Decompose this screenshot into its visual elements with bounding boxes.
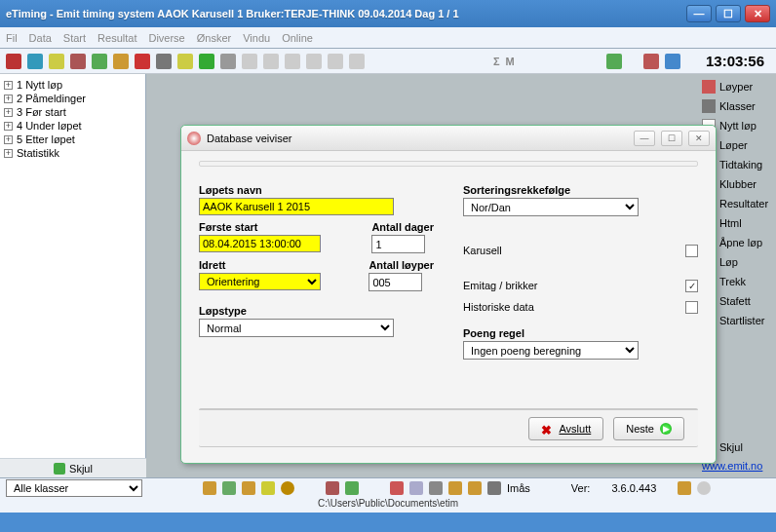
neste-button[interactable]: Neste ▶ xyxy=(613,417,684,440)
tree-node-1[interactable]: +1 Nytt løp xyxy=(2,78,143,92)
ver-label: Ver: xyxy=(571,482,591,494)
toolbar-icon-13[interactable] xyxy=(263,54,279,69)
expand-icon[interactable]: + xyxy=(4,95,13,103)
toolbar-icon-9[interactable] xyxy=(177,54,193,69)
status-icon-9[interactable] xyxy=(409,481,423,495)
tree-hide-button[interactable]: Skjul xyxy=(0,458,146,477)
toolbar-icon-11[interactable] xyxy=(220,54,236,69)
status-icon-3[interactable] xyxy=(242,481,255,495)
close-icon: ✖ xyxy=(541,423,553,435)
menu-online[interactable]: Online xyxy=(282,32,313,44)
status-icon-2[interactable] xyxy=(222,481,236,495)
toolbar-icon-17[interactable] xyxy=(349,54,365,69)
class-filter-select[interactable]: Alle klasser xyxy=(6,479,142,497)
input-race-name[interactable] xyxy=(199,198,394,215)
expand-icon[interactable]: + xyxy=(4,122,13,131)
status-path: C:\Users\Public\Documents\etim xyxy=(0,498,776,513)
toolbar-icon-10[interactable] xyxy=(199,54,214,69)
label-karusell: Karusell xyxy=(463,245,502,256)
toolbar-icon-15[interactable] xyxy=(306,54,322,69)
toolbar-icon-5[interactable] xyxy=(92,54,107,69)
expand-icon[interactable]: + xyxy=(4,135,13,144)
toolbar: Σ M 13:03:56 xyxy=(0,49,776,74)
menu-data[interactable]: Data xyxy=(29,32,52,44)
expand-icon[interactable]: + xyxy=(4,149,13,158)
maximize-button[interactable]: ☐ xyxy=(716,5,741,22)
input-days[interactable] xyxy=(371,235,425,253)
avslutt-button[interactable]: ✖ Avslutt xyxy=(528,417,603,440)
select-sport[interactable]: Orientering xyxy=(199,273,321,290)
status-icon-15[interactable] xyxy=(697,481,711,495)
menu-onsker[interactable]: Ønsker xyxy=(197,32,231,44)
checkbox-emitag[interactable]: ✓ xyxy=(685,280,698,292)
dialog-left-col: Løpets navn Første start Antall dager xyxy=(199,178,434,360)
toolbar-icon-8[interactable] xyxy=(156,54,172,69)
rp-klasser[interactable]: Klasser xyxy=(702,99,756,113)
tree-node-5[interactable]: +5 Etter løpet xyxy=(2,133,143,146)
toolbar-icon-4[interactable] xyxy=(70,54,86,69)
status-icon-8[interactable] xyxy=(390,481,404,495)
menu-vindu[interactable]: Vindu xyxy=(243,32,270,44)
status-icon-13[interactable] xyxy=(487,481,501,495)
database-wizard-dialog: Database veiviser — ☐ ✕ Løpets navn xyxy=(180,125,717,464)
tree-node-4[interactable]: +4 Under løpet xyxy=(2,119,143,133)
dialog-minimize-button[interactable]: — xyxy=(634,131,655,146)
label-courses: Antall løyper xyxy=(369,259,434,271)
checkbox-historiske[interactable] xyxy=(685,301,698,314)
select-poeng[interactable]: Ingen poeng beregning xyxy=(463,341,639,360)
status-icon-7[interactable] xyxy=(345,481,359,495)
status-icon-12[interactable] xyxy=(468,481,482,495)
toolbar-icon-7[interactable] xyxy=(135,54,150,69)
input-first-start[interactable] xyxy=(199,235,321,252)
expand-icon[interactable]: + xyxy=(4,81,13,90)
m-icon[interactable]: M xyxy=(506,56,515,67)
dialog-close-button[interactable]: ✕ xyxy=(688,131,710,146)
input-courses[interactable] xyxy=(369,273,422,291)
status-icon-5[interactable] xyxy=(281,481,294,495)
window-buttons: — ☐ ✕ xyxy=(686,5,770,22)
dialog-title: Database veiviser xyxy=(207,133,634,144)
main-area: Løyper Klasser Nytt løp Løper Tidtaking … xyxy=(146,74,776,477)
toolbar-icon-2[interactable] xyxy=(27,54,43,69)
body: +1 Nytt løp +2 Påmeldinger +3 Før start … xyxy=(0,74,776,477)
toolbar-icon-14[interactable] xyxy=(285,54,300,69)
select-race-type[interactable]: Normal xyxy=(199,319,394,337)
dialog-footer: ✖ Avslutt Neste ▶ xyxy=(199,408,698,447)
toolbar-icon-3[interactable] xyxy=(49,54,64,69)
menu-start[interactable]: Start xyxy=(63,32,86,44)
sigma-icon[interactable]: Σ xyxy=(493,56,500,67)
status-icon-4[interactable] xyxy=(261,481,275,495)
status-icon-14[interactable] xyxy=(678,481,691,495)
toolbar-icon-1[interactable] xyxy=(6,54,21,69)
clock: 13:03:56 xyxy=(706,53,764,69)
dialog-maximize-button[interactable]: ☐ xyxy=(661,131,682,146)
statusbar: Alle klasser Imås Ver: 3.6.0.443 C:\User… xyxy=(0,477,776,513)
toolbar-icon-r1[interactable] xyxy=(606,54,622,69)
dialog-body: Løpets navn Første start Antall dager xyxy=(181,151,716,463)
toolbar-icon-r3[interactable] xyxy=(665,54,680,69)
toolbar-icon-12[interactable] xyxy=(242,54,257,69)
close-button[interactable]: ✕ xyxy=(745,5,770,22)
label-race-name: Løpets navn xyxy=(199,184,434,196)
status-icon-6[interactable] xyxy=(326,481,339,495)
book-icon xyxy=(54,463,65,475)
menu-fil[interactable]: Fil xyxy=(6,32,18,44)
checkbox-karusell[interactable] xyxy=(685,245,698,257)
menu-resultat[interactable]: Resultat xyxy=(97,32,136,44)
status-icon-1[interactable] xyxy=(203,481,216,495)
status-icon-10[interactable] xyxy=(429,481,443,495)
toolbar-icon-16[interactable] xyxy=(328,54,343,69)
classes-icon xyxy=(702,99,716,113)
toolbar-icon-r2[interactable] xyxy=(643,54,659,69)
toolbar-icon-6[interactable] xyxy=(113,54,129,69)
arrow-right-icon: ▶ xyxy=(660,423,672,435)
tree-node-6[interactable]: +Statistikk xyxy=(2,146,143,160)
menu-diverse[interactable]: Diverse xyxy=(148,32,184,44)
tree-node-3[interactable]: +3 Før start xyxy=(2,105,143,119)
tree-node-2[interactable]: +2 Påmeldinger xyxy=(2,92,143,105)
minimize-button[interactable]: — xyxy=(686,5,712,22)
expand-icon[interactable]: + xyxy=(4,108,13,117)
select-sort-order[interactable]: Nor/Dan xyxy=(463,198,639,216)
rp-loyper[interactable]: Løyper xyxy=(702,80,753,94)
status-icon-11[interactable] xyxy=(448,481,462,495)
